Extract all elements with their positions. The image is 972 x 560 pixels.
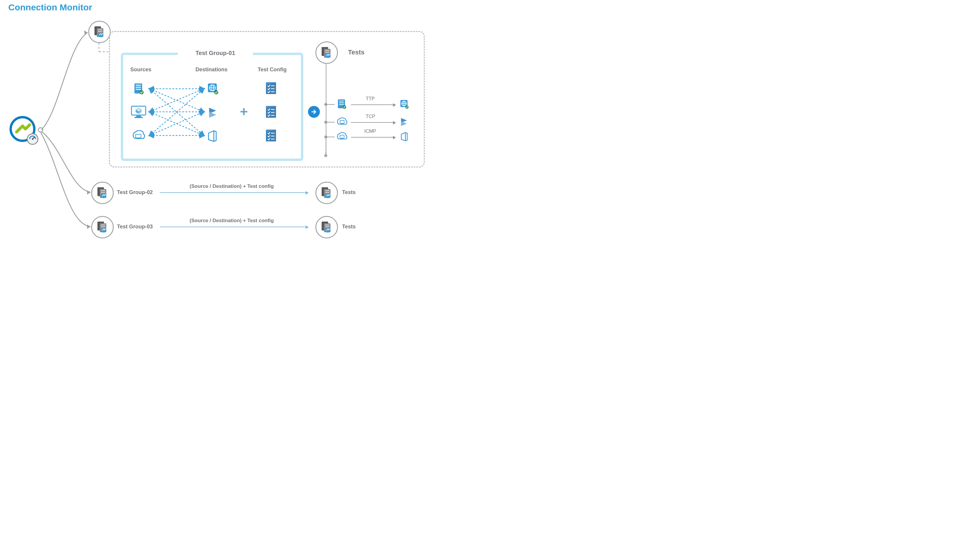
- tests-tree-trunk: [326, 64, 326, 156]
- test-row1-arrow: [351, 105, 395, 105]
- server-node-tg3: [91, 216, 114, 238]
- test-group-03-label: Test Group-03: [117, 223, 153, 230]
- svg-point-3: [32, 138, 33, 140]
- tests-label-tg2: Tests: [342, 189, 356, 195]
- svg-rect-19: [136, 116, 141, 117]
- tg2-arrow-text: (Source / Destination) + Test config: [189, 183, 274, 189]
- svg-rect-22: [137, 138, 139, 139]
- dest-office-icon: [207, 130, 217, 143]
- test-row3-dest-icon: [400, 132, 408, 143]
- sources-label: Sources: [130, 67, 151, 73]
- test-row2-arrow: [351, 122, 395, 123]
- svg-rect-73: [101, 192, 105, 193]
- connection-monitor-icon: [9, 115, 38, 146]
- svg-rect-67: [341, 124, 343, 125]
- test-row1-source-icon: [337, 99, 346, 111]
- svg-rect-21: [136, 134, 141, 138]
- test-config-icon-1: [265, 82, 277, 96]
- svg-rect-85: [325, 226, 330, 227]
- dest-dynamics-icon: [207, 107, 219, 120]
- svg-rect-51: [325, 50, 330, 51]
- tg3-arrow-text: (Source / Destination) + Test config: [189, 218, 274, 223]
- tests-tree-join-3: [324, 135, 327, 138]
- svg-rect-15: [136, 87, 141, 88]
- svg-marker-6: [87, 225, 90, 229]
- svg-rect-66: [340, 120, 344, 123]
- svg-rect-76: [325, 190, 330, 191]
- source-vm-icon: [130, 105, 147, 120]
- test-row3-arrow: [351, 137, 395, 138]
- svg-rect-14: [136, 85, 141, 86]
- svg-rect-72: [101, 190, 105, 191]
- tests-node-tg2: [315, 182, 338, 204]
- svg-rect-16: [136, 89, 141, 90]
- svg-point-17: [139, 90, 144, 94]
- tests-node-tg3: [315, 216, 338, 238]
- test-config-icon-3: [265, 129, 277, 143]
- flow-arrow-icon: [308, 106, 320, 118]
- protocol-icmp: ICMP: [364, 129, 376, 134]
- svg-rect-59: [339, 104, 344, 105]
- svg-rect-69: [341, 138, 343, 139]
- svg-marker-5: [87, 190, 90, 195]
- hub-anchor-dot: [38, 127, 43, 133]
- protocol-ttp: TTP: [366, 96, 375, 102]
- source-server-icon: [133, 83, 144, 96]
- tg3-arrow: [160, 227, 308, 227]
- tg2-arrow: [160, 192, 308, 193]
- svg-rect-57: [339, 101, 344, 102]
- svg-rect-20: [134, 117, 143, 118]
- svg-rect-58: [339, 102, 344, 103]
- svg-rect-52: [325, 52, 330, 53]
- tests-label-tg3: Tests: [342, 223, 356, 230]
- test-config-icon-2: [265, 105, 277, 120]
- tests-tree-join-1: [324, 103, 327, 106]
- test-row1-dest-icon: [400, 99, 409, 110]
- tests-node-tg1: [315, 42, 338, 64]
- server-node-tg1: [88, 21, 111, 43]
- svg-rect-80: [101, 225, 105, 225]
- svg-point-27: [214, 90, 218, 94]
- tests-tree-join-2: [324, 121, 327, 124]
- test-row2-dest-icon: [400, 117, 409, 128]
- svg-rect-9: [98, 29, 102, 30]
- test-group-02-label: Test Group-02: [117, 189, 153, 195]
- svg-rect-77: [325, 192, 330, 193]
- svg-rect-10: [98, 31, 102, 32]
- diagram-canvas: Connection Monitor Test Group-: [0, 0, 432, 248]
- page-title: Connection Monitor: [8, 2, 92, 12]
- tests-label-tg1: Tests: [348, 48, 365, 56]
- tests-tree-end: [324, 154, 327, 157]
- destinations-label: Destinations: [196, 67, 228, 73]
- source-onprem-icon: [130, 130, 147, 143]
- test-config-label: Test Config: [258, 67, 287, 73]
- plus-icon: +: [240, 103, 248, 120]
- test-row2-source-icon: [335, 117, 348, 128]
- svg-rect-68: [340, 135, 344, 138]
- protocol-tcp: TCP: [366, 114, 375, 119]
- svg-rect-81: [101, 226, 105, 227]
- svg-rect-84: [325, 225, 330, 225]
- test-row3-source-icon: [335, 132, 348, 143]
- svg-marker-4: [84, 30, 88, 35]
- server-node-tg2: [91, 182, 114, 204]
- dest-globe-icon: [207, 83, 219, 96]
- test-group-01-title: Test Group-01: [178, 50, 253, 57]
